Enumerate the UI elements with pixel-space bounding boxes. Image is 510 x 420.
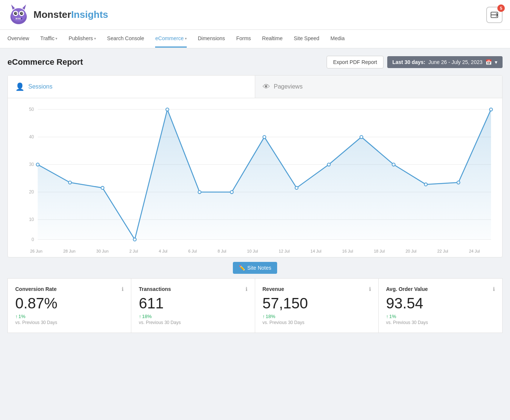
svg-point-29 bbox=[101, 186, 104, 189]
line-chart: 50 40 30 20 10 0 bbox=[15, 106, 495, 243]
chevron-down-icon: ▾ bbox=[495, 59, 497, 65]
svg-point-32 bbox=[198, 190, 201, 193]
metric-label: Revenue bbox=[263, 286, 284, 292]
svg-text:0: 0 bbox=[32, 237, 34, 242]
logo-area: MonsterInsights bbox=[7, 4, 108, 26]
chart-tabs: 👤 Sessions 👁 Pageviews bbox=[8, 76, 502, 98]
metric-label: Avg. Order Value bbox=[386, 286, 428, 292]
nav-item-forms[interactable]: Forms bbox=[236, 30, 251, 48]
metric-change: ↑ 1% bbox=[15, 314, 124, 319]
metric-vs: vs. Previous 30 Days bbox=[139, 320, 247, 325]
up-arrow-icon: ↑ bbox=[139, 314, 141, 319]
info-icon[interactable]: ℹ bbox=[369, 286, 371, 292]
nav-item-media[interactable]: Media bbox=[330, 30, 344, 48]
report-actions: Export PDF Report Last 30 days: June 26 … bbox=[327, 56, 503, 68]
nav-item-site-speed[interactable]: Site Speed bbox=[294, 30, 320, 48]
metric-vs: vs. Previous 30 Days bbox=[15, 320, 124, 325]
notification-button[interactable]: 5 bbox=[486, 7, 503, 23]
metric-card-header: Transactions ℹ bbox=[139, 286, 247, 292]
report-header: eCommerce Report Export PDF Report Last … bbox=[7, 56, 503, 68]
metric-vs: vs. Previous 30 Days bbox=[386, 320, 495, 325]
svg-text:50: 50 bbox=[29, 107, 34, 112]
person-icon: 👤 bbox=[15, 82, 25, 91]
export-pdf-button[interactable]: Export PDF Report bbox=[327, 56, 383, 68]
chevron-down-icon: ▾ bbox=[55, 36, 57, 41]
metric-cards: Conversion Rate ℹ 0.87% ↑ 1% vs. Previou… bbox=[7, 278, 503, 333]
svg-point-30 bbox=[133, 238, 136, 241]
info-icon[interactable]: ℹ bbox=[493, 286, 495, 292]
chevron-down-icon: ▾ bbox=[185, 36, 187, 41]
nav-item-publishers[interactable]: Publishers ▾ bbox=[68, 30, 96, 48]
svg-text:40: 40 bbox=[29, 134, 34, 140]
page-content: eCommerce Report Export PDF Report Last … bbox=[0, 48, 510, 340]
svg-point-35 bbox=[295, 186, 298, 189]
date-label: Last 30 days: bbox=[392, 59, 426, 65]
svg-point-40 bbox=[457, 181, 460, 184]
eye-icon: 👁 bbox=[263, 83, 270, 91]
monster-logo-icon bbox=[7, 4, 30, 26]
svg-point-38 bbox=[392, 163, 395, 166]
logo-text: MonsterInsights bbox=[33, 9, 108, 20]
metric-label: Transactions bbox=[139, 286, 171, 292]
svg-point-28 bbox=[68, 181, 71, 184]
svg-point-33 bbox=[230, 190, 233, 193]
svg-rect-12 bbox=[17, 18, 19, 19]
metric-vs: vs. Previous 30 Days bbox=[263, 320, 371, 325]
svg-point-31 bbox=[166, 108, 169, 111]
tab-sessions[interactable]: 👤 Sessions bbox=[8, 76, 255, 98]
metric-label: Conversion Rate bbox=[15, 286, 57, 292]
metric-card-header: Avg. Order Value ℹ bbox=[386, 286, 495, 292]
svg-text:10: 10 bbox=[29, 217, 34, 222]
tab-pageviews[interactable]: 👁 Pageviews bbox=[255, 76, 502, 98]
metric-value: 93.54 bbox=[386, 295, 495, 311]
metric-card-conversion: Conversion Rate ℹ 0.87% ↑ 1% vs. Previou… bbox=[8, 279, 131, 333]
info-icon[interactable]: ℹ bbox=[246, 286, 247, 292]
site-notes-button[interactable]: ✏️ Site Notes bbox=[233, 262, 278, 274]
chart-card: 👤 Sessions 👁 Pageviews bbox=[7, 75, 503, 257]
metric-change: ↑ 18% bbox=[263, 314, 371, 319]
pencil-icon: ✏️ bbox=[239, 265, 245, 271]
chart-area: 50 40 30 20 10 0 bbox=[8, 98, 502, 247]
metric-value: 57,150 bbox=[263, 295, 371, 311]
metric-card-header: Conversion Rate ℹ bbox=[15, 286, 124, 292]
up-arrow-icon: ↑ bbox=[263, 314, 265, 319]
svg-rect-11 bbox=[16, 18, 17, 19]
metric-card-avg-order: Avg. Order Value ℹ 93.54 ↑ 1% vs. Previo… bbox=[379, 279, 502, 333]
header: MonsterInsights 5 bbox=[0, 0, 510, 30]
metric-card-revenue: Revenue ℹ 57,150 ↑ 18% vs. Previous 30 D… bbox=[255, 279, 379, 333]
info-icon[interactable]: ℹ bbox=[122, 286, 124, 292]
metric-card-header: Revenue ℹ bbox=[263, 286, 371, 292]
svg-point-39 bbox=[424, 183, 427, 186]
date-range-button[interactable]: Last 30 days: June 26 - July 25, 2023 📅 … bbox=[387, 56, 503, 68]
svg-point-37 bbox=[360, 135, 363, 138]
svg-point-27 bbox=[36, 163, 39, 166]
metric-value: 611 bbox=[139, 295, 247, 311]
svg-text:30: 30 bbox=[29, 162, 34, 167]
svg-point-1 bbox=[11, 8, 26, 22]
site-notes-area: ✏️ Site Notes bbox=[7, 257, 503, 278]
date-range: June 26 - July 25, 2023 bbox=[428, 59, 482, 65]
notification-badge: 5 bbox=[497, 4, 505, 12]
svg-text:20: 20 bbox=[29, 189, 34, 195]
nav-item-overview[interactable]: Overview bbox=[7, 30, 29, 48]
page-title: eCommerce Report bbox=[7, 57, 83, 67]
svg-point-6 bbox=[16, 12, 17, 13]
nav-item-dimensions[interactable]: Dimensions bbox=[198, 30, 225, 48]
nav-item-realtime[interactable]: Realtime bbox=[262, 30, 283, 48]
svg-point-36 bbox=[327, 163, 330, 166]
svg-point-34 bbox=[263, 135, 266, 138]
svg-marker-9 bbox=[22, 4, 26, 10]
metric-change: ↑ 1% bbox=[386, 314, 495, 319]
up-arrow-icon: ↑ bbox=[386, 314, 389, 319]
metric-card-transactions: Transactions ℹ 611 ↑ 18% vs. Previous 30… bbox=[131, 279, 255, 333]
nav-item-traffic[interactable]: Traffic ▾ bbox=[40, 30, 57, 48]
nav-item-ecommerce[interactable]: eCommerce ▾ bbox=[155, 30, 186, 48]
metric-change: ↑ 18% bbox=[139, 314, 247, 319]
up-arrow-icon: ↑ bbox=[15, 314, 18, 319]
svg-point-7 bbox=[22, 12, 23, 13]
svg-rect-13 bbox=[19, 18, 20, 19]
metric-value: 0.87% bbox=[15, 295, 124, 311]
header-right: 5 bbox=[486, 7, 503, 23]
nav-item-search-console[interactable]: Search Console bbox=[107, 30, 144, 48]
main-nav: Overview Traffic ▾ Publishers ▾ Search C… bbox=[0, 30, 510, 48]
